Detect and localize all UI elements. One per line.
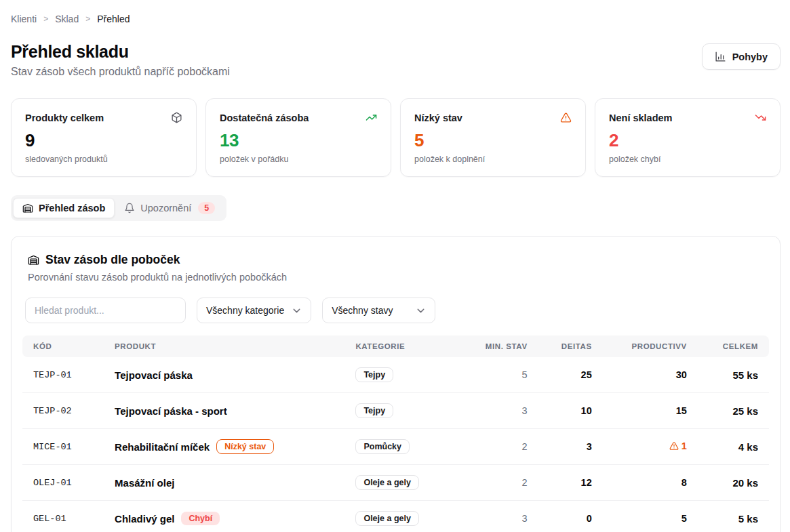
table-row[interactable]: TEJP-02Tejpovací páska - sportTejpy31015… [22,393,769,429]
stat-value: 2 [609,130,766,151]
category-cell: Oleje a gely [344,501,463,532]
trending-down-icon [755,112,766,123]
category-cell: Tejpy [344,357,463,393]
table-row[interactable]: TEJP-01Tejpovací páskaTejpy5253055 ks [22,357,769,393]
page-header: Přehled skladu Stav zásob všech produktů… [11,42,781,78]
page-subtitle: Stav zásob všech produktů napříč pobočka… [11,66,230,78]
deitas-qty-cell: 25 [538,357,603,393]
category-badge: Tejpy [355,403,393,418]
productivv-qty-cell: 1 [603,429,698,465]
bell-icon [124,203,135,213]
breadcrumb-separator: > [43,14,48,24]
search-input[interactable] [25,298,186,323]
table-header: KÓDPRODUKTKATEGORIEMIN. STAVDEITASPRODUC… [22,335,769,357]
breadcrumb-item-klienti[interactable]: Klienti [11,14,37,24]
table-row[interactable]: OLEJ-01Masážní olejOleje a gely212820 ks [22,465,769,501]
column-header-5: PRODUCTIVV [603,335,698,357]
total-qty-cell: 25 ks [698,393,769,429]
stat-card-0: Produkty celkem9sledovaných produktů [11,98,197,177]
stat-card-2: Nízký stav5položek k doplnění [400,98,586,177]
product-code-cell: MICE-01 [22,429,104,465]
page-title: Přehled skladu [11,42,230,62]
deitas-qty-cell: 0 [538,501,603,532]
tab-bar: Přehled zásobUpozornění5 [11,195,226,221]
inventory-card: Stav zásob dle poboček Porovnání stavu z… [11,236,781,532]
column-header-4: DEITAS [538,335,603,357]
page-title-block: Přehled skladu Stav zásob všech produktů… [11,42,230,78]
product-name-wrap: Tejpovací páska [115,369,334,381]
table-row[interactable]: MICE-01Rehabilitační míčekNízký stavPomů… [22,429,769,465]
category-filter-select[interactable]: Všechny kategorie [197,298,311,323]
product-name: Chladivý gel [115,513,174,525]
breadcrumb-separator: > [85,14,90,24]
productivv-qty-cell: 5 [603,501,698,532]
package-icon [171,112,182,123]
productivv-qty-cell: 8 [603,465,698,501]
product-name-cell: Masážní olej [104,465,344,501]
total-qty-cell: 5 ks [698,501,769,532]
category-badge: Oleje a gely [355,475,418,490]
inventory-table: KÓDPRODUKTKATEGORIEMIN. STAVDEITASPRODUC… [22,335,769,532]
stat-card-top: Nízký stav [414,112,572,123]
table-body: TEJP-01Tejpovací páskaTejpy5253055 ksTEJ… [22,357,769,532]
category-cell: Oleje a gely [344,465,463,501]
breadcrumb: Klienti>Sklad>Přehled [11,12,781,24]
warning-small-icon [669,441,679,451]
tab-alerts[interactable]: Upozornění5 [115,197,224,219]
deitas-qty-cell: 10 [538,393,603,429]
trending-up-icon [366,112,377,123]
stat-card-top: Produkty celkem [25,112,182,123]
product-name: Tejpovací páska [115,369,193,381]
category-badge: Tejpy [355,367,393,382]
product-name-wrap: Rehabilitační míčekNízký stav [115,439,334,454]
breadcrumb-item-sklad[interactable]: Sklad [55,14,79,24]
table-header-row: KÓDPRODUKTKATEGORIEMIN. STAVDEITASPRODUC… [22,335,769,357]
inventory-card-title-text: Stav zásob dle poboček [45,253,180,267]
product-name-cell: Rehabilitační míčekNízký stav [104,429,344,465]
category-filter-value: Všechny kategorie [206,305,284,316]
product-name-wrap: Chladivý gelChybí [115,512,334,525]
product-name-wrap: Tejpovací páska - sport [115,405,334,417]
table-row[interactable]: GEL-01Chladivý gelChybíOleje a gely3055 … [22,501,769,532]
product-code-cell: OLEJ-01 [22,465,104,501]
category-cell: Tejpy [344,393,463,429]
page-root: Klienti>Sklad>Přehled Přehled skladu Sta… [0,0,790,532]
tab-label: Přehled zásob [39,203,105,213]
bar-chart-icon [715,51,726,62]
min-stock-cell: 2 [464,429,538,465]
total-qty-cell: 20 ks [698,465,769,501]
movements-button[interactable]: Pohyby [702,43,781,70]
inventory-card-header: Stav zásob dle poboček Porovnání stavu z… [22,253,769,283]
product-name-cell: Tejpovací páska - sport [104,393,344,429]
column-header-6: CELKEM [698,335,769,357]
column-header-1: PRODUKT [104,335,344,357]
breadcrumb-item-přehled: Přehled [97,14,130,24]
stat-label: Nízký stav [414,112,462,123]
product-name: Masážní olej [115,477,174,489]
alert-triangle-icon [560,112,572,123]
min-stock-cell: 3 [464,501,538,532]
stat-label: Není skladem [609,112,673,123]
stat-label: Produkty celkem [25,112,104,123]
column-header-0: KÓD [22,335,104,357]
tab-inventory-overview[interactable]: Přehled zásob [13,198,115,218]
min-stock-cell: 2 [464,465,538,501]
status-filter-value: Všechny stavy [332,305,393,316]
stat-card-top: Dostatečná zásoba [220,112,377,123]
inventory-card-subtitle: Porovnání stavu zásob produktů na jednot… [28,272,764,283]
productivv-qty-cell: 30 [603,357,698,393]
product-code-cell: TEJP-02 [22,393,104,429]
product-name-cell: Tejpovací páska [104,357,344,393]
stat-subtext: položek k doplnění [414,155,572,164]
stat-value: 5 [414,130,572,151]
product-name-cell: Chladivý gelChybí [104,501,344,532]
status-badge: Chybí [181,512,220,525]
product-name: Rehabilitační míček [115,441,210,453]
tab-label: Upozornění [140,203,191,213]
product-name: Tejpovací páska - sport [115,405,227,417]
alerts-count-badge: 5 [198,202,215,214]
status-filter-select[interactable]: Všechny stavy [322,298,435,323]
category-badge: Oleje a gely [355,511,418,526]
min-stock-cell: 3 [464,393,538,429]
category-cell: Pomůcky [344,429,463,465]
